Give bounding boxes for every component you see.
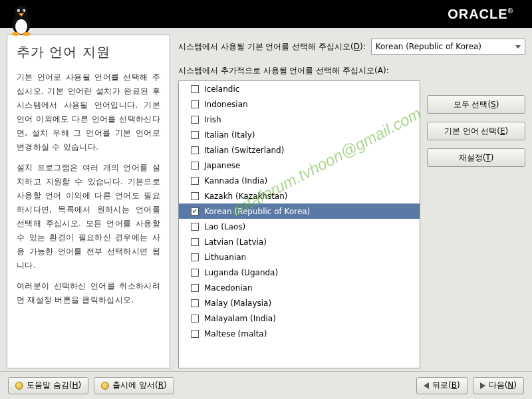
language-checkbox[interactable] — [191, 284, 199, 292]
lightbulb-icon — [15, 382, 23, 390]
language-checkbox[interactable] — [191, 177, 199, 185]
language-item[interactable]: Malay (Malaysia) — [179, 295, 420, 311]
back-button[interactable]: 뒤로(B) — [416, 377, 467, 394]
help-title: 추가 언어 지원 — [17, 43, 160, 61]
language-label: Latvian (Latvia) — [204, 237, 267, 247]
additional-languages-label: 시스템에서 추가적으로 사용될 언어를 선택해 주십시오(A): — [178, 65, 525, 76]
default-language-row: 시스템에서 사용될 기본 언어를 선택해 주십시오(D): Korean (Re… — [178, 39, 525, 55]
language-label: Italian (Italy) — [204, 130, 255, 140]
svg-point-7 — [12, 32, 20, 36]
language-checkbox[interactable] — [191, 192, 199, 200]
header-bar: ORACLE® — [0, 0, 532, 28]
language-item[interactable]: Indonesian — [179, 96, 420, 112]
svg-point-1 — [15, 19, 27, 34]
language-checkbox[interactable] — [191, 100, 199, 108]
mid-row: IcelandicIndonesianIrishItalian (Italy)I… — [178, 80, 525, 368]
language-label: Japanese — [204, 161, 241, 170]
help-para-1: 기본 언어로 사용될 언어를 선택해 주십시오. 기본 언어란 설치가 완료된 … — [17, 70, 160, 154]
language-item[interactable]: Italian (Italy) — [179, 127, 420, 142]
language-checkbox[interactable] — [191, 315, 199, 323]
language-item[interactable]: Kazakh (Kazakhstan) — [179, 188, 420, 203]
language-label: Korean (Republic of Korea) — [204, 207, 310, 216]
language-checkbox[interactable] — [191, 269, 199, 277]
language-item[interactable]: Irish — [179, 112, 420, 127]
language-checkbox[interactable] — [191, 131, 199, 139]
language-item[interactable]: Latvian (Latvia) — [179, 234, 420, 249]
language-label: Macedonian — [204, 283, 253, 293]
language-item[interactable]: Lao (Laos) — [179, 219, 420, 234]
select-default-button[interactable]: 기본 언어 선택(E) — [427, 122, 525, 140]
oracle-logo: ORACLE® — [448, 7, 513, 22]
language-item[interactable]: Icelandic — [179, 81, 420, 96]
hide-help-button[interactable]: 도움말 숨김(H) — [8, 377, 88, 394]
release-notes-button[interactable]: 출시에 앞서(R) — [94, 377, 174, 394]
language-checkbox[interactable] — [191, 238, 199, 246]
default-language-label: 시스템에서 사용될 기본 언어를 선택해 주십시오(D): — [178, 41, 366, 53]
language-label: Maltese (malta) — [204, 329, 267, 338]
language-checkbox[interactable] — [191, 146, 199, 154]
registered-mark: ® — [508, 7, 513, 15]
language-checkbox[interactable] — [191, 299, 199, 307]
default-language-dropdown[interactable]: Korean (Republic of Korea) — [371, 39, 525, 55]
arrow-left-icon — [424, 382, 429, 389]
language-label: Malay (Malaysia) — [204, 299, 271, 308]
language-list-area: IcelandicIndonesianIrishItalian (Italy)I… — [178, 80, 420, 368]
help-para-2: 설치 프로그램은 여러 개의 언어를 설치하고 지원할 수 있습니다. 기본으로… — [17, 161, 160, 273]
language-item[interactable]: Japanese — [179, 158, 420, 173]
language-label: Malayalam (India) — [204, 314, 276, 323]
language-label: Luganda (Uganda) — [204, 268, 278, 277]
language-label: Lao (Laos) — [204, 222, 245, 231]
language-checkbox[interactable] — [191, 223, 199, 231]
svg-point-8 — [23, 32, 31, 36]
language-item[interactable]: Italian (Switzerland) — [179, 142, 420, 158]
language-listbox[interactable]: IcelandicIndonesianIrishItalian (Italy)I… — [178, 80, 420, 368]
language-label: Irish — [204, 115, 221, 124]
help-para-3: 여러분이 선택하신 언어를 취소하시려면 재설정 버튼을 클릭하십시오. — [17, 279, 160, 307]
language-item[interactable]: Maltese (malta) — [179, 326, 420, 341]
svg-point-5 — [19, 10, 20, 11]
dropdown-value: Korean (Republic of Korea) — [376, 42, 481, 51]
language-item[interactable]: Lithuanian — [179, 249, 420, 265]
language-item[interactable]: Macedonian — [179, 280, 420, 295]
tux-penguin-icon — [7, 3, 36, 36]
language-item[interactable]: Luganda (Uganda) — [179, 265, 420, 280]
language-checkbox[interactable] — [191, 253, 199, 261]
svg-point-6 — [23, 10, 24, 11]
language-checkbox[interactable] — [191, 116, 199, 124]
language-label: Icelandic — [204, 84, 239, 94]
language-item[interactable]: Kannada (India) — [179, 173, 420, 188]
language-label: Lithuanian — [204, 253, 246, 262]
language-item[interactable]: Korean (Republic of Korea) — [179, 203, 420, 219]
language-checkbox[interactable] — [191, 330, 199, 338]
language-checkbox[interactable] — [191, 85, 199, 93]
language-label: Indonesian — [204, 100, 248, 109]
language-checkbox[interactable] — [191, 207, 199, 215]
language-label: Italian (Switzerland) — [204, 146, 284, 155]
arrow-right-icon — [480, 382, 485, 389]
button-column: 모두 선택(S) 기본 언어 선택(E) 재설정(T) — [427, 80, 525, 368]
lightbulb-icon — [101, 382, 109, 390]
brand-text: ORACLE — [448, 7, 507, 21]
help-panel: 추가 언어 지원 기본 언어로 사용될 언어를 선택해 주십시오. 기본 언어란… — [7, 35, 170, 368]
main-panel: 시스템에서 사용될 기본 언어를 선택해 주십시오(D): Korean (Re… — [178, 35, 525, 368]
reset-button[interactable]: 재설정(T) — [427, 148, 525, 167]
select-all-button[interactable]: 모두 선택(S) — [427, 95, 525, 114]
language-item[interactable]: Malayalam (India) — [179, 311, 420, 326]
footer-bar: 도움말 숨김(H) 출시에 앞서(R) 뒤로(B) 다음(N) — [0, 371, 532, 399]
language-label: Kannada (India) — [204, 176, 267, 186]
language-checkbox[interactable] — [191, 162, 199, 170]
content-area: 추가 언어 지원 기본 언어로 사용될 언어를 선택해 주십시오. 기본 언어란… — [7, 35, 525, 368]
language-label: Kazakh (Kazakhstan) — [204, 192, 288, 201]
next-button[interactable]: 다음(N) — [473, 377, 524, 394]
